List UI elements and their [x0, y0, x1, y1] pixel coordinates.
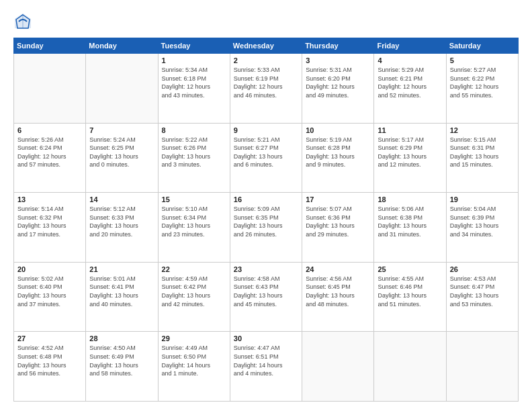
day-info: Sunrise: 5:33 AMSunset: 6:19 PMDaylight:…	[234, 66, 298, 99]
day-number: 17	[306, 195, 370, 203]
day-number: 25	[378, 265, 442, 273]
day-info: Sunrise: 5:17 AMSunset: 6:29 PMDaylight:…	[378, 136, 442, 169]
calendar-cell: 8Sunrise: 5:22 AMSunset: 6:26 PMDaylight…	[158, 123, 230, 193]
calendar-cell: 17Sunrise: 5:07 AMSunset: 6:36 PMDayligh…	[302, 193, 374, 263]
calendar-cell: 21Sunrise: 5:01 AMSunset: 6:41 PMDayligh…	[86, 262, 158, 332]
calendar-week-row: 20Sunrise: 5:02 AMSunset: 6:40 PMDayligh…	[14, 262, 519, 332]
calendar-cell: 16Sunrise: 5:09 AMSunset: 6:35 PMDayligh…	[230, 193, 302, 263]
day-number: 22	[162, 265, 226, 273]
calendar-week-row: 1Sunrise: 5:34 AMSunset: 6:18 PMDaylight…	[14, 54, 519, 124]
calendar-cell	[374, 332, 446, 402]
day-number: 24	[306, 265, 370, 273]
calendar-cell: 27Sunrise: 4:52 AMSunset: 6:48 PMDayligh…	[14, 332, 86, 402]
calendar-cell: 2Sunrise: 5:33 AMSunset: 6:19 PMDaylight…	[230, 54, 302, 124]
day-number: 21	[89, 265, 154, 273]
calendar-cell: 11Sunrise: 5:17 AMSunset: 6:29 PMDayligh…	[374, 123, 446, 193]
calendar-day-header: Thursday	[302, 38, 374, 54]
calendar-cell: 30Sunrise: 4:47 AMSunset: 6:51 PMDayligh…	[230, 332, 302, 402]
calendar-cell: 15Sunrise: 5:10 AMSunset: 6:34 PMDayligh…	[158, 193, 230, 263]
day-info: Sunrise: 5:22 AMSunset: 6:26 PMDaylight:…	[162, 136, 226, 169]
day-number: 11	[378, 126, 442, 134]
calendar-cell: 5Sunrise: 5:27 AMSunset: 6:22 PMDaylight…	[446, 54, 518, 124]
day-number: 18	[378, 195, 442, 203]
calendar-day-header: Friday	[374, 38, 446, 54]
calendar-cell: 28Sunrise: 4:50 AMSunset: 6:49 PMDayligh…	[86, 332, 158, 402]
day-number: 6	[17, 126, 82, 134]
calendar-cell: 25Sunrise: 4:55 AMSunset: 6:46 PMDayligh…	[374, 262, 446, 332]
day-number: 16	[234, 195, 298, 203]
calendar-cell: 9Sunrise: 5:21 AMSunset: 6:27 PMDaylight…	[230, 123, 302, 193]
day-number: 5	[450, 56, 515, 64]
calendar-header-row: SundayMondayTuesdayWednesdayThursdayFrid…	[14, 38, 519, 54]
calendar-cell: 23Sunrise: 4:58 AMSunset: 6:43 PMDayligh…	[230, 262, 302, 332]
calendar-cell: 7Sunrise: 5:24 AMSunset: 6:25 PMDaylight…	[86, 123, 158, 193]
calendar-day-header: Saturday	[446, 38, 518, 54]
day-number: 8	[162, 126, 226, 134]
calendar-cell: 10Sunrise: 5:19 AMSunset: 6:28 PMDayligh…	[302, 123, 374, 193]
calendar-cell: 26Sunrise: 4:53 AMSunset: 6:47 PMDayligh…	[446, 262, 518, 332]
calendar-cell: 14Sunrise: 5:12 AMSunset: 6:33 PMDayligh…	[86, 193, 158, 263]
page: SundayMondayTuesdayWednesdayThursdayFrid…	[0, 0, 532, 411]
day-info: Sunrise: 5:06 AMSunset: 6:38 PMDaylight:…	[378, 205, 442, 238]
logo	[13, 12, 35, 31]
day-number: 26	[450, 265, 515, 273]
day-number: 7	[89, 126, 154, 134]
day-info: Sunrise: 5:19 AMSunset: 6:28 PMDaylight:…	[306, 136, 370, 169]
day-info: Sunrise: 5:24 AMSunset: 6:25 PMDaylight:…	[89, 136, 154, 169]
calendar-cell: 3Sunrise: 5:31 AMSunset: 6:20 PMDaylight…	[302, 54, 374, 124]
day-number: 30	[234, 334, 298, 342]
day-number: 27	[17, 334, 82, 342]
calendar-day-header: Tuesday	[158, 38, 230, 54]
calendar-week-row: 27Sunrise: 4:52 AMSunset: 6:48 PMDayligh…	[14, 332, 519, 402]
calendar-cell	[446, 332, 518, 402]
day-number: 1	[162, 56, 226, 64]
calendar-cell: 4Sunrise: 5:29 AMSunset: 6:21 PMDaylight…	[374, 54, 446, 124]
day-number: 4	[378, 56, 442, 64]
logo-icon	[13, 12, 32, 31]
day-info: Sunrise: 5:10 AMSunset: 6:34 PMDaylight:…	[162, 205, 226, 238]
day-info: Sunrise: 4:50 AMSunset: 6:49 PMDaylight:…	[89, 344, 154, 377]
day-number: 15	[162, 195, 226, 203]
calendar-cell: 24Sunrise: 4:56 AMSunset: 6:45 PMDayligh…	[302, 262, 374, 332]
calendar-cell: 22Sunrise: 4:59 AMSunset: 6:42 PMDayligh…	[158, 262, 230, 332]
day-number: 14	[89, 195, 154, 203]
day-number: 28	[89, 334, 154, 342]
day-info: Sunrise: 5:04 AMSunset: 6:39 PMDaylight:…	[450, 205, 515, 238]
calendar-week-row: 6Sunrise: 5:26 AMSunset: 6:24 PMDaylight…	[14, 123, 519, 193]
calendar-cell: 29Sunrise: 4:49 AMSunset: 6:50 PMDayligh…	[158, 332, 230, 402]
day-info: Sunrise: 4:52 AMSunset: 6:48 PMDaylight:…	[17, 344, 82, 377]
day-number: 23	[234, 265, 298, 273]
calendar-week-row: 13Sunrise: 5:14 AMSunset: 6:32 PMDayligh…	[14, 193, 519, 263]
day-number: 19	[450, 195, 515, 203]
day-info: Sunrise: 5:02 AMSunset: 6:40 PMDaylight:…	[17, 275, 82, 308]
day-info: Sunrise: 5:07 AMSunset: 6:36 PMDaylight:…	[306, 205, 370, 238]
day-info: Sunrise: 5:29 AMSunset: 6:21 PMDaylight:…	[378, 66, 442, 99]
day-info: Sunrise: 5:21 AMSunset: 6:27 PMDaylight:…	[234, 136, 298, 169]
day-number: 20	[17, 265, 82, 273]
calendar-day-header: Monday	[86, 38, 158, 54]
day-info: Sunrise: 5:34 AMSunset: 6:18 PMDaylight:…	[162, 66, 226, 99]
calendar-cell	[302, 332, 374, 402]
day-info: Sunrise: 4:56 AMSunset: 6:45 PMDaylight:…	[306, 275, 370, 308]
day-info: Sunrise: 4:55 AMSunset: 6:46 PMDaylight:…	[378, 275, 442, 308]
day-info: Sunrise: 4:58 AMSunset: 6:43 PMDaylight:…	[234, 275, 298, 308]
calendar-cell: 6Sunrise: 5:26 AMSunset: 6:24 PMDaylight…	[14, 123, 86, 193]
calendar-cell	[86, 54, 158, 124]
day-info: Sunrise: 5:01 AMSunset: 6:41 PMDaylight:…	[89, 275, 154, 308]
calendar-table: SundayMondayTuesdayWednesdayThursdayFrid…	[13, 38, 519, 402]
day-info: Sunrise: 5:15 AMSunset: 6:31 PMDaylight:…	[450, 136, 515, 169]
day-info: Sunrise: 4:59 AMSunset: 6:42 PMDaylight:…	[162, 275, 226, 308]
calendar-day-header: Sunday	[14, 38, 86, 54]
day-info: Sunrise: 4:49 AMSunset: 6:50 PMDaylight:…	[162, 344, 226, 377]
day-info: Sunrise: 5:31 AMSunset: 6:20 PMDaylight:…	[306, 66, 370, 99]
calendar-cell	[14, 54, 86, 124]
day-info: Sunrise: 5:12 AMSunset: 6:33 PMDaylight:…	[89, 205, 154, 238]
day-number: 2	[234, 56, 298, 64]
calendar-cell: 18Sunrise: 5:06 AMSunset: 6:38 PMDayligh…	[374, 193, 446, 263]
day-info: Sunrise: 5:09 AMSunset: 6:35 PMDaylight:…	[234, 205, 298, 238]
calendar-cell: 1Sunrise: 5:34 AMSunset: 6:18 PMDaylight…	[158, 54, 230, 124]
day-info: Sunrise: 5:26 AMSunset: 6:24 PMDaylight:…	[17, 136, 82, 169]
calendar-cell: 12Sunrise: 5:15 AMSunset: 6:31 PMDayligh…	[446, 123, 518, 193]
calendar-cell: 19Sunrise: 5:04 AMSunset: 6:39 PMDayligh…	[446, 193, 518, 263]
day-info: Sunrise: 5:27 AMSunset: 6:22 PMDaylight:…	[450, 66, 515, 99]
